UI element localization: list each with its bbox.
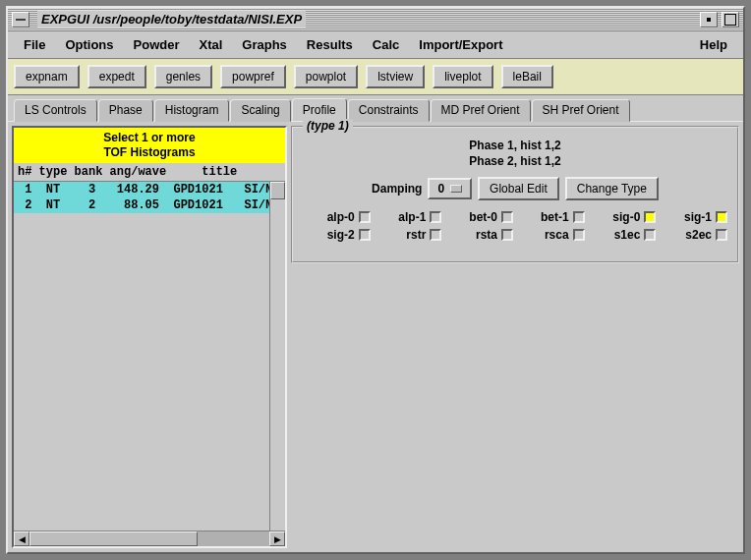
tab-ls-controls[interactable]: LS Controls	[14, 99, 97, 122]
tab-sh-pref-orient[interactable]: SH Pref Orient	[532, 99, 630, 122]
histogram-header-line2: TOF Histograms	[14, 145, 285, 160]
histogram-row[interactable]: 2 NT 2 88.05 GPD1021 SI/N	[14, 197, 269, 213]
btn-powplot[interactable]: powplot	[294, 65, 358, 88]
profile-groupbox: (type 1) Phase 1, hist 1,2 Phase 2, hist…	[291, 126, 739, 263]
histogram-header: Select 1 or more TOF Histograms	[14, 128, 285, 163]
tab-content: Select 1 or more TOF Histograms h# type …	[8, 121, 743, 552]
btn-expedt[interactable]: expedt	[87, 65, 146, 88]
param-bet-0: bet-0	[445, 210, 513, 224]
phase-info: Phase 1, hist 1,2 Phase 2, hist 1,2	[303, 138, 727, 169]
param-checkbox[interactable]	[716, 211, 727, 223]
groupbox-label: (type 1)	[303, 119, 353, 133]
param-sig-2: sig-2	[303, 228, 371, 242]
vertical-scrollbar[interactable]	[269, 182, 285, 531]
param-label: sig-0	[612, 210, 640, 224]
param-s2ec: s2ec	[660, 228, 727, 242]
param-grid: alp-0alp-1bet-0bet-1sig-0sig-1sig-2rstrr…	[303, 210, 727, 242]
param-label: rsta	[476, 228, 497, 242]
scroll-right-icon[interactable]: ▶	[269, 532, 285, 546]
param-label: s1ec	[614, 228, 641, 242]
histogram-list[interactable]: 1 NT 3 148.29 GPD1021 SI/N 2 NT 2 88.05 …	[14, 182, 269, 531]
tab-md-pref-orient[interactable]: MD Pref Orient	[431, 99, 531, 122]
param-checkbox[interactable]	[501, 229, 513, 241]
damping-label: Damping	[372, 182, 422, 196]
param-bet-1: bet-1	[517, 210, 585, 224]
param-checkbox[interactable]	[573, 211, 585, 223]
param-rsca: rsca	[517, 228, 585, 242]
histogram-header-line1: Select 1 or more	[14, 131, 285, 145]
phase-line1: Phase 1, hist 1,2	[303, 138, 727, 153]
scroll-left-icon[interactable]: ◀	[14, 532, 29, 546]
menu-xtal[interactable]: Xtal	[189, 34, 232, 55]
damping-value: 0	[437, 182, 444, 196]
tab-profile[interactable]: Profile	[292, 98, 347, 121]
tab-histogram[interactable]: Histogram	[154, 99, 230, 122]
tab-bar: LS Controls Phase Histogram Scaling Prof…	[8, 95, 743, 121]
button-bar: expnam expedt genles powpref powplot lst…	[8, 59, 743, 95]
param-checkbox[interactable]	[644, 211, 656, 223]
param-sig-1: sig-1	[660, 210, 727, 224]
phase-line2: Phase 2, hist 1,2	[303, 153, 727, 169]
scroll-thumb[interactable]	[29, 532, 198, 546]
histogram-panel: Select 1 or more TOF Histograms h# type …	[12, 126, 287, 548]
menu-options[interactable]: Options	[55, 34, 123, 55]
param-checkbox[interactable]	[716, 229, 727, 241]
tab-constraints[interactable]: Constraints	[348, 99, 430, 122]
param-checkbox[interactable]	[573, 229, 585, 241]
maximize-button[interactable]	[722, 12, 739, 28]
option-handle-icon	[450, 185, 462, 193]
histogram-columns: h# type bank ang/wave title	[14, 163, 285, 182]
global-edit-button[interactable]: Global Edit	[478, 177, 559, 200]
param-label: rsca	[545, 228, 569, 242]
app-window: EXPGUI /usr/people/toby/testdata/NISI.EX…	[6, 6, 745, 554]
param-label: alp-0	[327, 210, 355, 224]
window-menu-button[interactable]	[12, 12, 29, 28]
menu-help[interactable]: Help	[690, 34, 737, 55]
window-title: EXPGUI /usr/people/toby/testdata/NISI.EX…	[37, 11, 306, 28]
btn-expnam[interactable]: expnam	[14, 65, 80, 88]
minimize-button[interactable]	[700, 12, 718, 28]
menu-file[interactable]: File	[14, 34, 55, 55]
param-rstr: rstr	[375, 228, 442, 242]
param-s1ec: s1ec	[589, 228, 657, 242]
btn-lstview[interactable]: lstview	[366, 65, 425, 88]
param-label: alp-1	[398, 210, 426, 224]
menu-results[interactable]: Results	[297, 34, 363, 55]
param-checkbox[interactable]	[644, 229, 656, 241]
param-label: bet-1	[541, 210, 569, 224]
param-label: s2ec	[685, 228, 712, 242]
menu-calc[interactable]: Calc	[363, 34, 409, 55]
damping-selector[interactable]: 0	[428, 178, 472, 199]
param-label: bet-0	[469, 210, 497, 224]
tab-phase[interactable]: Phase	[98, 99, 153, 122]
param-label: rstr	[406, 228, 426, 242]
btn-powpref[interactable]: powpref	[220, 65, 286, 88]
horizontal-scrollbar[interactable]: ◀ ▶	[14, 531, 285, 546]
param-checkbox[interactable]	[359, 229, 371, 241]
damping-row: Damping 0 Global Edit Change Type	[303, 177, 727, 200]
tab-scaling[interactable]: Scaling	[230, 99, 290, 122]
param-checkbox[interactable]	[430, 229, 441, 241]
btn-liveplot[interactable]: liveplot	[433, 65, 492, 88]
menu-import-export[interactable]: Import/Export	[409, 34, 512, 55]
profile-panel: (type 1) Phase 1, hist 1,2 Phase 2, hist…	[291, 126, 739, 548]
scroll-track[interactable]	[29, 532, 269, 546]
param-sig-0: sig-0	[589, 210, 657, 224]
btn-genles[interactable]: genles	[154, 65, 212, 88]
param-label: sig-2	[327, 228, 355, 242]
param-label: sig-1	[684, 210, 712, 224]
param-checkbox[interactable]	[501, 211, 513, 223]
menu-graphs[interactable]: Graphs	[232, 34, 297, 55]
param-alp-1: alp-1	[375, 210, 442, 224]
param-alp-0: alp-0	[303, 210, 371, 224]
menu-powder[interactable]: Powder	[124, 34, 190, 55]
histogram-row[interactable]: 1 NT 3 148.29 GPD1021 SI/N	[14, 182, 269, 197]
param-checkbox[interactable]	[430, 211, 441, 223]
btn-lebail[interactable]: leBail	[501, 65, 553, 88]
param-checkbox[interactable]	[359, 211, 371, 223]
param-rsta: rsta	[445, 228, 513, 242]
menubar: File Options Powder Xtal Graphs Results …	[8, 31, 743, 59]
change-type-button[interactable]: Change Type	[565, 177, 659, 200]
titlebar: EXPGUI /usr/people/toby/testdata/NISI.EX…	[8, 8, 743, 31]
